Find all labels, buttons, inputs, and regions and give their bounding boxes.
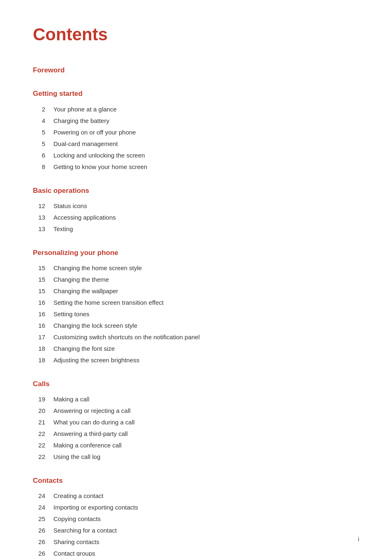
section-heading-calls: Calls (33, 378, 359, 389)
toc-item: 15Changing the home screen style (33, 262, 359, 274)
toc-page-number: 2 (33, 104, 53, 114)
toc-page-number: 5 (33, 127, 53, 137)
toc-page-number: 18 (33, 355, 53, 365)
toc-entry-text: Contact groups (53, 549, 95, 556)
toc-item: 16Changing the lock screen style (33, 320, 359, 331)
toc-page-number: 6 (33, 151, 53, 160)
toc-page-number: 16 (33, 298, 53, 308)
toc-entry-text: Texting (53, 224, 73, 234)
toc-item: 12Status icons (33, 200, 359, 212)
toc-entry-text: Your phone at a glance (53, 104, 117, 114)
toc-item: 15Changing the wallpaper (33, 285, 359, 297)
toc-item: 18Adjusting the screen brightness (33, 354, 359, 366)
toc-entry-text: Sharing contacts (53, 537, 99, 547)
toc-item: 26Sharing contacts (33, 536, 359, 548)
section-heading-contacts: Contacts (33, 475, 359, 486)
toc-item: 24Importing or exporting contacts (33, 502, 359, 513)
toc-item: 16Setting the home screen transition eff… (33, 297, 359, 308)
toc-entry-text: Creating a contact (53, 491, 104, 501)
toc-item: 16Setting tones (33, 308, 359, 320)
toc-page-number: 19 (33, 394, 53, 404)
toc-entry-text: Making a conference call (53, 440, 122, 450)
toc-entry-text: Changing the font size (53, 344, 115, 354)
toc-entry-text: Answering a third-party call (53, 429, 128, 439)
toc-item: 22Making a conference call (33, 440, 359, 451)
section-getting-started: Getting started2Your phone at a glance4C… (33, 88, 359, 172)
toc-page-number: 22 (33, 440, 53, 450)
toc-item: 19Making a call (33, 394, 359, 405)
toc-item: 17Customizing switch shortcuts on the no… (33, 331, 359, 343)
toc-item: 22Answering a third-party call (33, 428, 359, 440)
toc-entry-text: Importing or exporting contacts (53, 503, 138, 512)
toc-page-number: 13 (33, 213, 53, 222)
toc-entry-text: Searching for a contact (53, 526, 117, 535)
toc-item: 15Changing the theme (33, 274, 359, 285)
toc-entry-text: Setting the home screen transition effec… (53, 298, 164, 308)
toc-item: 25Copying contacts (33, 513, 359, 525)
toc-page-number: 16 (33, 321, 53, 331)
section-calls: Calls19Making a call20Answering or rejec… (33, 378, 359, 463)
toc-page-number: 4 (33, 116, 53, 126)
section-contacts: Contacts24Creating a contact24Importing … (33, 475, 359, 556)
toc-item: 26Searching for a contact (33, 525, 359, 536)
toc-item: 13Texting (33, 223, 359, 235)
section-heading-personalizing: Personalizing your phone (33, 247, 359, 258)
toc-page-number: 20 (33, 406, 53, 416)
toc-page-number: 17 (33, 332, 53, 342)
toc-page-number: 24 (33, 491, 53, 501)
toc-item: 6Locking and unlocking the screen (33, 150, 359, 161)
page-title: Contents (33, 21, 359, 48)
toc-item: 5Powering on or off your phone (33, 127, 359, 138)
toc-entry-text: Getting to know your home screen (53, 162, 147, 172)
toc-page-number: 22 (33, 452, 53, 462)
toc-page-number: 26 (33, 537, 53, 547)
toc-page-number: 26 (33, 549, 53, 556)
toc-entry-text: What you can do during a call (53, 417, 135, 427)
toc-entry-text: Changing the theme (53, 275, 109, 285)
toc-item: 24Creating a contact (33, 490, 359, 502)
toc-entry-text: Answering or rejecting a call (53, 406, 131, 416)
toc-item: 4Charging the battery (33, 115, 359, 127)
toc-item: 21What you can do during a call (33, 417, 359, 428)
toc-entry-text: Accessing applications (53, 213, 116, 222)
toc-entry-text: Status icons (53, 201, 87, 211)
section-personalizing: Personalizing your phone15Changing the h… (33, 247, 359, 366)
toc-entry-text: Changing the home screen style (53, 263, 142, 273)
toc-page-number: 21 (33, 417, 53, 427)
toc-page-number: 5 (33, 139, 53, 149)
section-foreword: Foreword (33, 65, 359, 76)
toc-entry-text: Changing the wallpaper (53, 286, 118, 296)
toc-item: 8Getting to know your home screen (33, 161, 359, 173)
toc-page-number: 8 (33, 162, 53, 172)
toc-page-number: 25 (33, 514, 53, 524)
toc-entry-text: Dual-card management (53, 139, 118, 149)
toc-page-number: 16 (33, 309, 53, 319)
section-basic-operations: Basic operations12Status icons13Accessin… (33, 185, 359, 235)
toc-page-number: 15 (33, 275, 53, 285)
toc-item: 18Changing the font size (33, 343, 359, 354)
toc-entry-text: Using the call log (53, 452, 100, 462)
toc-page-number: 26 (33, 526, 53, 535)
toc-entry-text: Locking and unlocking the screen (53, 151, 145, 160)
toc-item: 5Dual-card management (33, 138, 359, 150)
toc-entry-text: Adjusting the screen brightness (53, 355, 139, 365)
toc-entry-text: Setting tones (53, 309, 90, 319)
toc-page-number: 22 (33, 429, 53, 439)
toc-page-number: 15 (33, 286, 53, 296)
toc-item: 20Answering or rejecting a call (33, 405, 359, 417)
toc-page-number: 18 (33, 344, 53, 354)
toc-page-number: 12 (33, 201, 53, 211)
toc-entry-text: Customizing switch shortcuts on the noti… (53, 332, 200, 342)
toc-entry-text: Changing the lock screen style (53, 321, 137, 331)
page-number: i (358, 535, 359, 544)
toc-item: 26Contact groups (33, 548, 359, 556)
toc-entry-text: Making a call (53, 394, 90, 404)
toc-item: 13Accessing applications (33, 212, 359, 223)
toc-page-number: 24 (33, 503, 53, 512)
section-heading-basic-operations: Basic operations (33, 185, 359, 196)
toc-page-number: 13 (33, 224, 53, 234)
section-heading-foreword: Foreword (33, 65, 359, 76)
section-heading-getting-started: Getting started (33, 88, 359, 99)
toc-item: 2Your phone at a glance (33, 104, 359, 115)
toc-page-number: 15 (33, 263, 53, 273)
